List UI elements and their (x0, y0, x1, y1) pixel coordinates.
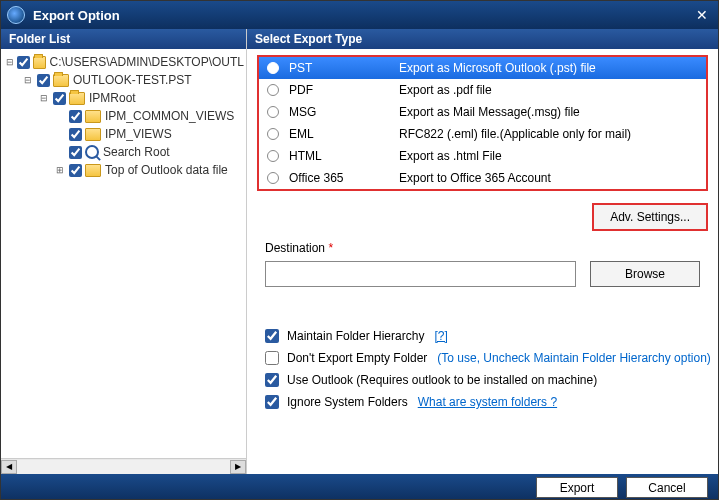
use-outlook-checkbox[interactable] (265, 373, 279, 387)
radio-icon[interactable] (267, 106, 279, 118)
export-type-desc: Export to Office 365 Account (399, 171, 698, 185)
tree-checkbox[interactable] (69, 110, 82, 123)
scroll-track[interactable] (17, 460, 230, 474)
export-type-row[interactable]: Office 365Export to Office 365 Account (259, 167, 706, 189)
tree-checkbox[interactable] (37, 74, 50, 87)
tree-checkbox[interactable] (69, 164, 82, 177)
ignore-system-checkbox[interactable] (265, 395, 279, 409)
radio-icon[interactable] (267, 62, 279, 74)
folder-icon (33, 56, 45, 69)
tree-node[interactable]: IPM_COMMON_VIEWS (3, 107, 244, 125)
export-type-row[interactable]: PSTExport as Microsoft Outlook (.pst) fi… (259, 57, 706, 79)
ignore-system-label: Ignore System Folders (287, 395, 408, 409)
maintain-hierarchy-checkbox[interactable] (265, 329, 279, 343)
app-icon (7, 6, 25, 24)
tree-checkbox[interactable] (53, 92, 66, 105)
left-pane: Folder List C:\USERS\ADMIN\DESKTOP\OUTLO… (1, 29, 247, 474)
scroll-left-arrow[interactable]: ◀ (1, 460, 17, 474)
export-type-desc: RFC822 (.eml) file.(Applicable only for … (399, 127, 698, 141)
required-marker: * (328, 241, 333, 255)
tree-node[interactable]: Top of Outlook data file (3, 161, 244, 179)
export-type-name: MSG (289, 105, 399, 119)
close-icon[interactable]: ✕ (692, 7, 712, 23)
empty-folder-checkbox[interactable] (265, 351, 279, 365)
radio-icon[interactable] (267, 172, 279, 184)
tree-checkbox[interactable] (69, 128, 82, 141)
browse-button[interactable]: Browse (590, 261, 700, 287)
tree-node[interactable]: IPMRoot (3, 89, 244, 107)
use-outlook-label: Use Outlook (Requires outlook to be inst… (287, 373, 597, 387)
radio-icon[interactable] (267, 150, 279, 162)
folder-icon (85, 164, 101, 177)
footer: Export Cancel (1, 474, 718, 500)
export-type-name: PDF (289, 83, 399, 97)
folder-list-header: Folder List (1, 29, 246, 49)
tree-node[interactable]: OUTLOOK-TEST.PST (3, 71, 244, 89)
folder-icon (85, 128, 101, 141)
cancel-button[interactable]: Cancel (626, 477, 708, 498)
export-type-header: Select Export Type (247, 29, 718, 49)
export-type-row[interactable]: HTMLExport as .html File (259, 145, 706, 167)
expander-icon[interactable] (37, 93, 51, 103)
horizontal-scrollbar[interactable]: ◀ ▶ (1, 458, 246, 474)
empty-folder-label: Don't Export Empty Folder (287, 351, 427, 365)
folder-icon (53, 74, 69, 87)
export-type-desc: Export as .pdf file (399, 83, 698, 97)
export-type-name: PST (289, 61, 399, 75)
export-type-desc: Export as Mail Message(.msg) file (399, 105, 698, 119)
search-icon (85, 145, 99, 159)
window-title: Export Option (33, 8, 120, 23)
export-type-row[interactable]: EMLRFC822 (.eml) file.(Applicable only f… (259, 123, 706, 145)
tree-checkbox[interactable] (69, 146, 82, 159)
tree-label: C:\USERS\ADMIN\DESKTOP\OUTL (49, 55, 244, 69)
titlebar: Export Option ✕ (1, 1, 718, 29)
export-type-name: Office 365 (289, 171, 399, 185)
scroll-right-arrow[interactable]: ▶ (230, 460, 246, 474)
folder-icon (85, 110, 101, 123)
export-type-desc: Export as .html File (399, 149, 698, 163)
tree-label: IPM_COMMON_VIEWS (104, 109, 234, 123)
expander-icon[interactable] (5, 57, 15, 67)
destination-label: Destination * (265, 241, 718, 255)
tree-label: Search Root (102, 145, 170, 159)
maintain-hierarchy-label: Maintain Folder Hierarchy (287, 329, 424, 343)
radio-icon[interactable] (267, 84, 279, 96)
empty-folder-note: (To use, Uncheck Maintain Folder Hierarc… (437, 351, 710, 365)
export-type-list: PSTExport as Microsoft Outlook (.pst) fi… (257, 55, 708, 191)
tree-label: IPMRoot (88, 91, 136, 105)
right-pane: Select Export Type PSTExport as Microsof… (247, 29, 718, 474)
export-type-name: EML (289, 127, 399, 141)
expander-icon[interactable] (53, 165, 67, 175)
tree-label: Top of Outlook data file (104, 163, 228, 177)
folder-icon (69, 92, 85, 105)
export-type-name: HTML (289, 149, 399, 163)
expander-icon[interactable] (21, 75, 35, 85)
export-button[interactable]: Export (536, 477, 618, 498)
radio-icon[interactable] (267, 128, 279, 140)
tree-label: IPM_VIEWS (104, 127, 172, 141)
destination-label-text: Destination (265, 241, 325, 255)
tree-node[interactable]: IPM_VIEWS (3, 125, 244, 143)
tree-label: OUTLOOK-TEST.PST (72, 73, 192, 87)
export-type-row[interactable]: MSGExport as Mail Message(.msg) file (259, 101, 706, 123)
tree-checkbox[interactable] (17, 56, 30, 69)
adv-settings-button[interactable]: Adv. Settings... (592, 203, 708, 231)
export-type-desc: Export as Microsoft Outlook (.pst) file (399, 61, 698, 75)
tree-node[interactable]: C:\USERS\ADMIN\DESKTOP\OUTL (3, 53, 244, 71)
destination-input[interactable] (265, 261, 576, 287)
system-folders-help-link[interactable]: What are system folders ? (418, 395, 557, 409)
tree-node[interactable]: Search Root (3, 143, 244, 161)
maintain-hierarchy-help-link[interactable]: [?] (434, 329, 447, 343)
folder-tree[interactable]: C:\USERS\ADMIN\DESKTOP\OUTLOUTLOOK-TEST.… (1, 49, 246, 458)
export-type-row[interactable]: PDFExport as .pdf file (259, 79, 706, 101)
